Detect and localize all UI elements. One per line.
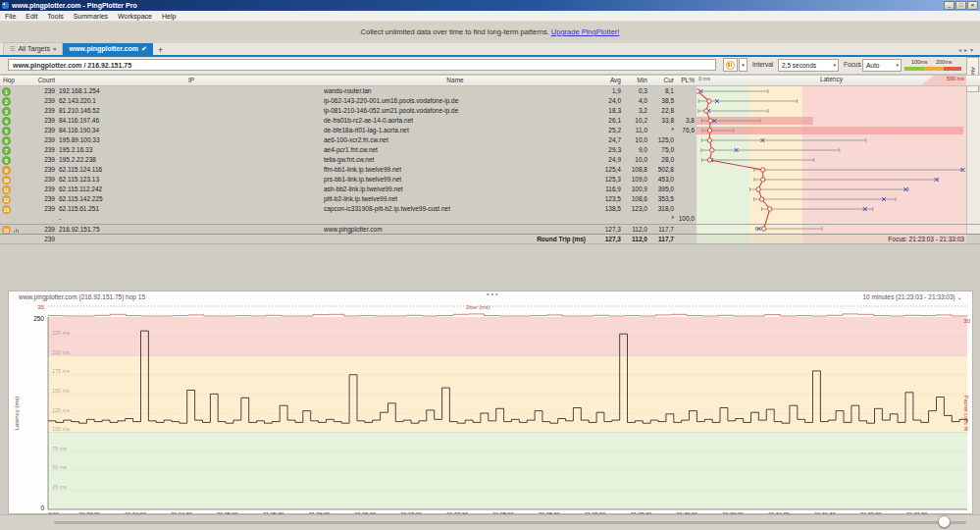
svg-text:250: 250: [33, 315, 44, 322]
legend-100ms-label: 100ms: [911, 59, 928, 65]
svg-text:200 ms: 200 ms: [52, 349, 70, 355]
close-tab-icon[interactable]: ×: [53, 43, 57, 55]
cell-avg: 125,4: [589, 165, 621, 175]
timeline-panel: ••• www.pingplotter.com (216.92.151.75) …: [8, 291, 973, 514]
latency-color-legend: [904, 67, 961, 71]
title-bar: www.pingplotter.com - PingPlotter Pro _ …: [0, 0, 980, 11]
splitter-handle[interactable]: •••: [487, 291, 499, 297]
upgrade-banner: Collect unlimited data over time to find…: [0, 22, 980, 43]
header-hop[interactable]: Hop: [3, 76, 23, 85]
latency-max-label: 500 ms: [947, 76, 964, 81]
header-avg[interactable]: Avg: [589, 76, 621, 85]
cell-cur: 75,0: [650, 145, 674, 155]
hop-number-badge: 8: [2, 156, 11, 165]
avg-latency-marker: [704, 109, 708, 113]
pause-button[interactable]: [723, 58, 738, 72]
focus-select[interactable]: Auto ▾: [862, 59, 902, 72]
cell-cur: *: [650, 214, 674, 224]
focus-value: Auto: [866, 62, 879, 69]
header-ip[interactable]: IP: [59, 76, 324, 85]
hop-number-badge: 7: [2, 146, 11, 155]
header-pl[interactable]: PL%: [677, 76, 695, 85]
avg-latency-marker: [759, 197, 763, 201]
header-count[interactable]: Count: [22, 76, 55, 85]
cell-ip: 195.89.100.33: [59, 135, 255, 145]
avg-latency-marker: [768, 207, 772, 211]
cell-count: 239: [22, 116, 55, 126]
cell-cur: 353,5: [650, 194, 674, 204]
timeline-range-select[interactable]: 10 minutes (21:23:03 - 21:33:03) ⌄: [862, 293, 962, 301]
cell-count: 239: [22, 185, 55, 194]
timeline-scrollbar[interactable]: [0, 514, 980, 530]
pause-dropdown-button[interactable]: ▾: [739, 58, 748, 72]
cell-name: ae4-pcr1.fnt.cw.net: [324, 145, 587, 155]
hop-number-badge: 2: [2, 97, 11, 106]
svg-text:Jitter (ms): Jitter (ms): [466, 304, 490, 310]
svg-text:100 ms: 100 ms: [52, 426, 70, 432]
menu-help[interactable]: Help: [157, 13, 181, 20]
cell-min: 9,0: [624, 145, 647, 155]
svg-text:125 ms: 125 ms: [52, 407, 70, 413]
hop-number-badge: 11: [2, 186, 11, 194]
svg-text:150 ms: 150 ms: [52, 388, 70, 394]
cell-ip: 62.115.123.13: [59, 175, 255, 185]
minimize-button[interactable]: _: [944, 1, 954, 10]
cell-pl: 3,8: [677, 116, 695, 126]
latency-title: Latency: [696, 76, 966, 82]
cell-avg: 116,9: [589, 185, 621, 194]
cell-pl: 76,6: [677, 126, 695, 135]
avg-latency-marker: [708, 119, 712, 123]
checkmark-icon: ✔: [141, 43, 147, 55]
interval-label: Interval: [752, 61, 773, 68]
cell-cur: 38,5: [650, 96, 674, 106]
cell-cur: 502,8: [650, 165, 674, 175]
tab-all-targets[interactable]: ☰ All Targets ×: [3, 42, 63, 55]
cell-cur: *: [650, 126, 674, 135]
header-latency: 0 ms Latency 500 ms: [696, 76, 966, 85]
cell-min: 0,3: [624, 86, 647, 96]
timeline-graph[interactable]: 225 ms200 ms175 ms150 ms125 ms100 ms75 m…: [9, 301, 972, 515]
new-tab-button[interactable]: +: [153, 45, 168, 55]
cell-ip: 84.116.190.34: [59, 126, 255, 135]
cell-min: 11,0: [624, 126, 647, 135]
hop-latency-graph: [696, 86, 966, 243]
menu-tools[interactable]: Tools: [42, 13, 68, 20]
hop-number-badge: 1: [2, 87, 11, 96]
header-min[interactable]: Min: [624, 76, 647, 85]
cell-ip: 62.115.142.225: [59, 194, 255, 204]
menu-summaries[interactable]: Summaries: [69, 13, 113, 20]
maximize-button[interactable]: □: [955, 1, 966, 10]
menu-file[interactable]: File: [0, 13, 21, 20]
cell-min: 108,6: [624, 194, 647, 204]
latency-axis-label: Latency (ms): [14, 397, 20, 431]
timeline-title: www.pingplotter.com (216.92.151.75) hop …: [19, 293, 145, 300]
cell-avg: 138,5: [589, 204, 621, 214]
menu-edit[interactable]: Edit: [21, 13, 42, 20]
header-cur[interactable]: Cur: [650, 76, 674, 85]
scrollbar-thumb[interactable]: [938, 515, 951, 528]
footer-count: 239: [22, 235, 55, 243]
hop-number-badge: 13: [2, 205, 11, 214]
header-name[interactable]: Name: [324, 76, 587, 85]
close-button[interactable]: ×: [967, 1, 978, 10]
cell-name: de-bfe18a-rt01-lag-1.aorta.net: [324, 126, 587, 135]
scrollbar-track[interactable]: [54, 521, 966, 524]
cell-name: telia-gw.fnt.cw.net: [324, 155, 587, 165]
footer-cur: 117,7: [650, 235, 674, 243]
avg-latency-marker: [762, 227, 766, 231]
banner-text: Collect unlimited data over time to find…: [361, 27, 549, 36]
target-toolbar: www.pingplotter.com / 216.92.151.75 ▾ In…: [0, 57, 980, 75]
svg-text:75 ms: 75 ms: [52, 446, 67, 451]
interval-select[interactable]: 2,5 seconds ▾: [778, 59, 839, 72]
hop-number-badge: 10: [2, 176, 11, 185]
footer-avg: 127,3: [589, 235, 621, 243]
cell-name: de-fra01b-rc2-ae-14-0.aorta.net: [324, 116, 587, 126]
target-address-field[interactable]: www.pingplotter.com / 216.92.151.75: [8, 59, 716, 71]
tab-nav-arrows[interactable]: ◂▸▾: [958, 46, 976, 53]
cell-avg: 24,9: [589, 155, 621, 165]
upgrade-link[interactable]: Upgrade PingPlotter!: [551, 27, 620, 36]
menu-workspace[interactable]: Workspace: [113, 13, 157, 20]
cell-avg: 24,7: [589, 135, 621, 145]
tab-target-active[interactable]: www.pingplotter.com ✔: [63, 43, 152, 55]
cell-ip: 195.2.16.33: [59, 145, 255, 155]
